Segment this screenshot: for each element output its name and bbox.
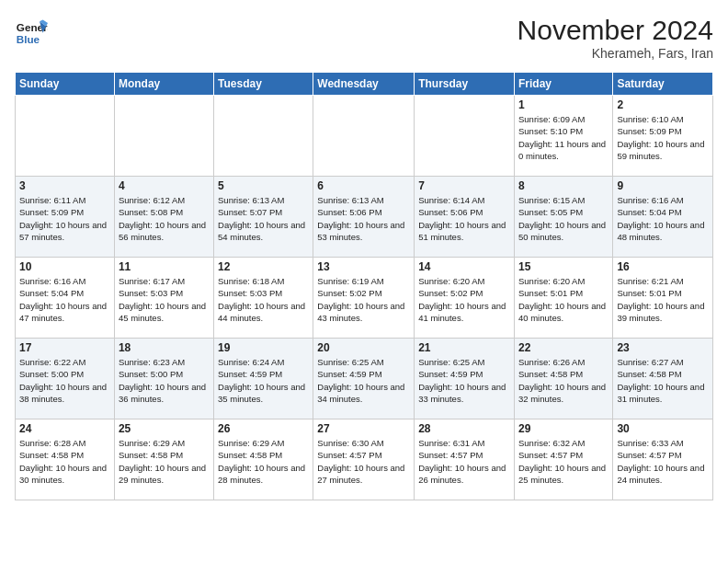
calendar-cell: 23Sunrise: 6:27 AMSunset: 4:58 PMDayligh… <box>613 339 713 419</box>
day-number: 17 <box>19 341 110 354</box>
calendar-cell: 28Sunrise: 6:31 AMSunset: 4:57 PMDayligh… <box>415 419 515 500</box>
calendar-week-row: 17Sunrise: 6:22 AMSunset: 5:00 PMDayligh… <box>16 339 713 419</box>
calendar-week-row: 3Sunrise: 6:11 AMSunset: 5:09 PMDaylight… <box>16 177 713 258</box>
day-number: 6 <box>317 179 410 192</box>
day-number: 15 <box>518 260 609 273</box>
calendar-week-row: 1Sunrise: 6:09 AMSunset: 5:10 PMDaylight… <box>16 96 713 177</box>
day-info: Sunrise: 6:19 AMSunset: 5:02 PMDaylight:… <box>317 275 410 324</box>
calendar-cell <box>16 96 115 177</box>
day-info: Sunrise: 6:29 AMSunset: 4:58 PMDaylight:… <box>218 437 309 486</box>
weekday-header: Sunday <box>16 73 115 96</box>
day-info: Sunrise: 6:12 AMSunset: 5:08 PMDaylight:… <box>119 194 210 243</box>
day-info: Sunrise: 6:09 AMSunset: 5:10 PMDaylight:… <box>518 113 609 162</box>
day-number: 27 <box>317 422 410 435</box>
calendar-cell: 2Sunrise: 6:10 AMSunset: 5:09 PMDaylight… <box>613 96 713 177</box>
calendar-cell: 16Sunrise: 6:21 AMSunset: 5:01 PMDayligh… <box>613 258 713 339</box>
svg-text:Blue: Blue <box>17 33 40 45</box>
page-header: General Blue November 2024 Kherameh, Far… <box>15 15 713 61</box>
day-info: Sunrise: 6:23 AMSunset: 5:00 PMDaylight:… <box>119 356 210 405</box>
day-number: 3 <box>19 179 110 192</box>
weekday-header: Tuesday <box>214 73 313 96</box>
calendar-cell: 11Sunrise: 6:17 AMSunset: 5:03 PMDayligh… <box>114 258 213 339</box>
day-info: Sunrise: 6:10 AMSunset: 5:09 PMDaylight:… <box>617 113 709 162</box>
day-number: 29 <box>518 422 609 435</box>
day-number: 7 <box>418 179 510 192</box>
day-number: 8 <box>518 179 609 192</box>
day-number: 21 <box>418 341 510 354</box>
calendar-cell: 6Sunrise: 6:13 AMSunset: 5:06 PMDaylight… <box>313 177 415 258</box>
calendar-cell: 26Sunrise: 6:29 AMSunset: 4:58 PMDayligh… <box>214 419 313 500</box>
day-info: Sunrise: 6:14 AMSunset: 5:06 PMDaylight:… <box>418 194 510 243</box>
day-number: 4 <box>119 179 210 192</box>
calendar-cell: 18Sunrise: 6:23 AMSunset: 5:00 PMDayligh… <box>114 339 213 419</box>
day-number: 13 <box>317 260 410 273</box>
day-info: Sunrise: 6:15 AMSunset: 5:05 PMDaylight:… <box>518 194 609 243</box>
location: Kherameh, Fars, Iran <box>518 46 713 61</box>
day-info: Sunrise: 6:22 AMSunset: 5:00 PMDaylight:… <box>19 356 110 405</box>
day-number: 22 <box>518 341 609 354</box>
day-info: Sunrise: 6:24 AMSunset: 4:59 PMDaylight:… <box>218 356 309 405</box>
day-number: 5 <box>218 179 309 192</box>
calendar-cell: 22Sunrise: 6:26 AMSunset: 4:58 PMDayligh… <box>514 339 612 419</box>
logo: General Blue <box>15 15 48 48</box>
day-info: Sunrise: 6:31 AMSunset: 4:57 PMDaylight:… <box>418 437 510 486</box>
day-info: Sunrise: 6:32 AMSunset: 4:57 PMDaylight:… <box>518 437 609 486</box>
day-info: Sunrise: 6:20 AMSunset: 5:02 PMDaylight:… <box>418 275 510 324</box>
calendar-cell: 7Sunrise: 6:14 AMSunset: 5:06 PMDaylight… <box>415 177 515 258</box>
calendar-cell: 15Sunrise: 6:20 AMSunset: 5:01 PMDayligh… <box>514 258 612 339</box>
day-number: 9 <box>617 179 709 192</box>
day-info: Sunrise: 6:13 AMSunset: 5:06 PMDaylight:… <box>317 194 410 243</box>
calendar-cell: 5Sunrise: 6:13 AMSunset: 5:07 PMDaylight… <box>214 177 313 258</box>
calendar-cell: 30Sunrise: 6:33 AMSunset: 4:57 PMDayligh… <box>613 419 713 500</box>
calendar-cell: 10Sunrise: 6:16 AMSunset: 5:04 PMDayligh… <box>16 258 115 339</box>
calendar-cell: 17Sunrise: 6:22 AMSunset: 5:00 PMDayligh… <box>16 339 115 419</box>
day-number: 20 <box>317 341 410 354</box>
day-info: Sunrise: 6:13 AMSunset: 5:07 PMDaylight:… <box>218 194 309 243</box>
month-title: November 2024 <box>518 15 713 46</box>
day-info: Sunrise: 6:11 AMSunset: 5:09 PMDaylight:… <box>19 194 110 243</box>
calendar-cell <box>313 96 415 177</box>
weekday-header-row: SundayMondayTuesdayWednesdayThursdayFrid… <box>16 73 713 96</box>
day-number: 11 <box>119 260 210 273</box>
calendar-cell: 14Sunrise: 6:20 AMSunset: 5:02 PMDayligh… <box>415 258 515 339</box>
calendar-cell: 12Sunrise: 6:18 AMSunset: 5:03 PMDayligh… <box>214 258 313 339</box>
day-info: Sunrise: 6:21 AMSunset: 5:01 PMDaylight:… <box>617 275 709 324</box>
calendar-cell: 19Sunrise: 6:24 AMSunset: 4:59 PMDayligh… <box>214 339 313 419</box>
day-info: Sunrise: 6:20 AMSunset: 5:01 PMDaylight:… <box>518 275 609 324</box>
day-number: 18 <box>119 341 210 354</box>
weekday-header: Wednesday <box>313 73 415 96</box>
calendar-cell <box>114 96 213 177</box>
calendar-cell <box>415 96 515 177</box>
day-number: 25 <box>119 422 210 435</box>
day-info: Sunrise: 6:30 AMSunset: 4:57 PMDaylight:… <box>317 437 410 486</box>
calendar-cell <box>214 96 313 177</box>
day-number: 19 <box>218 341 309 354</box>
weekday-header: Saturday <box>613 73 713 96</box>
calendar-table: SundayMondayTuesdayWednesdayThursdayFrid… <box>15 72 713 500</box>
day-number: 1 <box>518 98 609 111</box>
calendar-body: 1Sunrise: 6:09 AMSunset: 5:10 PMDaylight… <box>16 96 713 500</box>
logo-icon: General Blue <box>15 15 48 48</box>
day-number: 14 <box>418 260 510 273</box>
day-info: Sunrise: 6:25 AMSunset: 4:59 PMDaylight:… <box>418 356 510 405</box>
day-number: 30 <box>617 422 709 435</box>
calendar-header: SundayMondayTuesdayWednesdayThursdayFrid… <box>16 73 713 96</box>
weekday-header: Thursday <box>415 73 515 96</box>
day-number: 10 <box>19 260 110 273</box>
calendar-week-row: 10Sunrise: 6:16 AMSunset: 5:04 PMDayligh… <box>16 258 713 339</box>
calendar-cell: 27Sunrise: 6:30 AMSunset: 4:57 PMDayligh… <box>313 419 415 500</box>
calendar-cell: 21Sunrise: 6:25 AMSunset: 4:59 PMDayligh… <box>415 339 515 419</box>
day-info: Sunrise: 6:26 AMSunset: 4:58 PMDaylight:… <box>518 356 609 405</box>
day-number: 24 <box>19 422 110 435</box>
calendar-cell: 4Sunrise: 6:12 AMSunset: 5:08 PMDaylight… <box>114 177 213 258</box>
weekday-header: Monday <box>114 73 213 96</box>
day-info: Sunrise: 6:18 AMSunset: 5:03 PMDaylight:… <box>218 275 309 324</box>
calendar-cell: 20Sunrise: 6:25 AMSunset: 4:59 PMDayligh… <box>313 339 415 419</box>
calendar-cell: 29Sunrise: 6:32 AMSunset: 4:57 PMDayligh… <box>514 419 612 500</box>
day-info: Sunrise: 6:33 AMSunset: 4:57 PMDaylight:… <box>617 437 709 486</box>
day-info: Sunrise: 6:28 AMSunset: 4:58 PMDaylight:… <box>19 437 110 486</box>
weekday-header: Friday <box>514 73 612 96</box>
day-info: Sunrise: 6:16 AMSunset: 5:04 PMDaylight:… <box>19 275 110 324</box>
title-block: November 2024 Kherameh, Fars, Iran <box>518 15 713 61</box>
day-number: 23 <box>617 341 709 354</box>
